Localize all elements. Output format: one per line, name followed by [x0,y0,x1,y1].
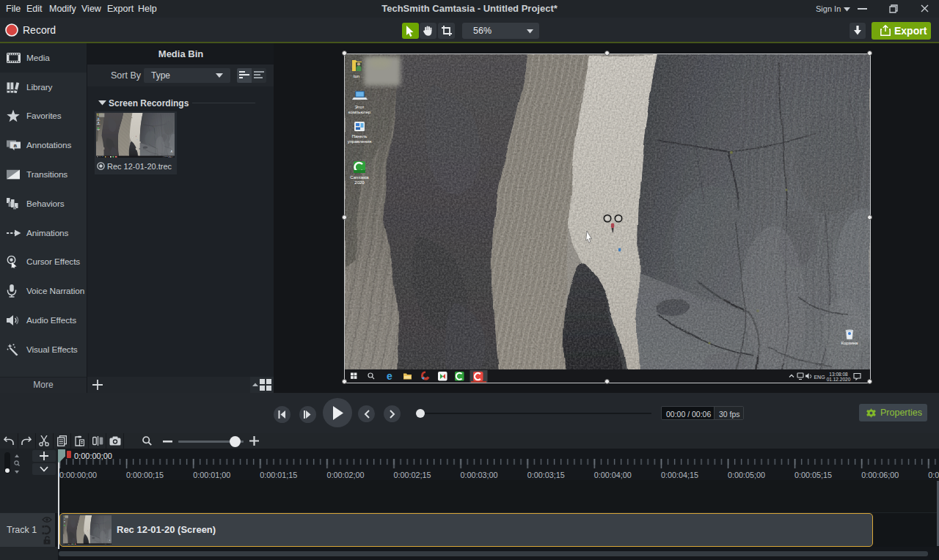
svg-text:a: a [14,142,18,149]
